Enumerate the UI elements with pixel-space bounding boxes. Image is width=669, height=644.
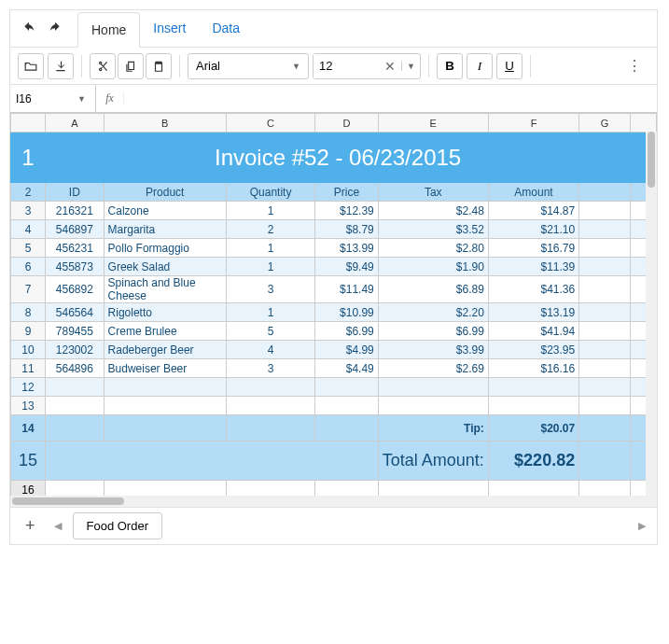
cell[interactable] xyxy=(579,303,631,322)
cell[interactable]: $2.80 xyxy=(378,239,488,258)
col-header-A[interactable]: A xyxy=(46,114,104,133)
cell[interactable] xyxy=(579,359,631,378)
cell[interactable] xyxy=(378,378,488,397)
col-header-C[interactable]: C xyxy=(226,114,314,133)
cell[interactable]: 456892 xyxy=(46,276,104,303)
cell[interactable]: Product xyxy=(104,183,226,202)
cell[interactable] xyxy=(579,239,631,258)
row-header[interactable]: 16 xyxy=(11,481,46,497)
cell[interactable]: $8.79 xyxy=(315,220,379,239)
cell[interactable] xyxy=(488,378,578,397)
cell[interactable] xyxy=(579,378,631,397)
cell[interactable]: $220.82 xyxy=(488,441,578,481)
col-header-G[interactable]: G xyxy=(579,114,631,133)
cell[interactable]: 2 xyxy=(226,220,314,239)
cell[interactable] xyxy=(226,397,314,415)
formula-input[interactable] xyxy=(124,85,657,112)
hscroll-thumb[interactable] xyxy=(12,497,124,505)
cell[interactable]: 216321 xyxy=(46,202,104,220)
cell[interactable] xyxy=(46,441,379,481)
cell[interactable] xyxy=(226,481,314,497)
cell[interactable]: $6.99 xyxy=(378,322,488,341)
cell[interactable]: Calzone xyxy=(104,202,226,220)
cell[interactable]: 4 xyxy=(226,341,314,359)
cell[interactable]: 789455 xyxy=(46,322,104,341)
cell[interactable]: 1 xyxy=(226,303,314,322)
cell[interactable]: Rigoletto xyxy=(104,303,226,322)
select-all-corner[interactable] xyxy=(11,114,46,133)
cell[interactable]: Margarita xyxy=(104,220,226,239)
cell[interactable]: 1 xyxy=(226,202,314,220)
cell[interactable]: $13.19 xyxy=(488,303,578,322)
cell[interactable] xyxy=(579,258,631,276)
cell[interactable] xyxy=(488,481,578,497)
cell[interactable]: Budweiser Beer xyxy=(104,359,226,378)
cell[interactable]: $12.39 xyxy=(315,202,379,220)
sheet-tab-food-order[interactable]: Food Order xyxy=(73,512,162,539)
cell[interactable] xyxy=(104,397,226,415)
sheet-nav-prev[interactable]: ◀ xyxy=(50,516,65,536)
row-header[interactable]: 3 xyxy=(11,202,46,220)
cell[interactable] xyxy=(315,397,379,415)
add-sheet-button[interactable]: + xyxy=(18,512,43,539)
col-header-F[interactable]: F xyxy=(488,114,578,133)
redo-button[interactable] xyxy=(44,18,66,40)
cell[interactable]: Total Amount: xyxy=(378,441,488,481)
cell[interactable] xyxy=(579,183,631,202)
cell[interactable]: $41.36 xyxy=(488,276,578,303)
cell[interactable] xyxy=(579,397,631,415)
cell[interactable]: $2.20 xyxy=(378,303,488,322)
font-size-dropdown[interactable]: ▼ xyxy=(401,62,420,71)
cell[interactable]: $4.49 xyxy=(315,359,379,378)
cell[interactable] xyxy=(46,481,104,497)
row-header[interactable]: 10 xyxy=(11,341,46,359)
cell[interactable] xyxy=(46,378,104,397)
download-button[interactable] xyxy=(48,53,74,79)
col-header-D[interactable]: D xyxy=(315,114,379,133)
font-select[interactable]: Arial xyxy=(188,53,309,79)
cell[interactable]: 5 xyxy=(226,322,314,341)
cell[interactable] xyxy=(579,415,631,441)
cell[interactable]: $16.16 xyxy=(488,359,578,378)
copy-button[interactable] xyxy=(118,53,144,79)
cell[interactable] xyxy=(378,397,488,415)
more-options-button[interactable]: ⋮ xyxy=(620,53,649,78)
cell[interactable] xyxy=(579,276,631,303)
cell[interactable]: 3 xyxy=(226,276,314,303)
cell[interactable] xyxy=(579,441,631,481)
cell[interactable]: $13.99 xyxy=(315,239,379,258)
cell[interactable]: $11.39 xyxy=(488,258,578,276)
cell-ref-dropdown[interactable]: ▼ xyxy=(77,94,90,104)
row-header[interactable]: 12 xyxy=(11,378,46,397)
cell[interactable]: 455873 xyxy=(46,258,104,276)
row-header[interactable]: 1 xyxy=(11,133,46,183)
cell[interactable]: Spinach and Blue Cheese xyxy=(104,276,226,303)
cell[interactable]: $1.90 xyxy=(378,258,488,276)
underline-button[interactable]: U xyxy=(496,53,523,79)
open-button[interactable] xyxy=(18,53,44,79)
cell[interactable]: 564896 xyxy=(46,359,104,378)
row-header[interactable]: 9 xyxy=(11,322,46,341)
cell[interactable]: 3 xyxy=(226,359,314,378)
cell[interactable] xyxy=(104,415,226,441)
cell[interactable] xyxy=(579,202,631,220)
row-header[interactable]: 8 xyxy=(11,303,46,322)
cut-button[interactable] xyxy=(90,53,116,79)
cell[interactable]: 123002 xyxy=(46,341,104,359)
row-header[interactable]: 14 xyxy=(11,415,46,441)
cell[interactable]: $16.79 xyxy=(488,239,578,258)
cell[interactable]: 1 xyxy=(226,239,314,258)
horizontal-scrollbar[interactable] xyxy=(10,496,657,507)
cell[interactable]: $2.48 xyxy=(378,202,488,220)
cell[interactable] xyxy=(488,397,578,415)
cell[interactable]: $3.99 xyxy=(378,341,488,359)
cell[interactable]: 546564 xyxy=(46,303,104,322)
paste-button[interactable] xyxy=(146,53,172,79)
row-header[interactable]: 7 xyxy=(11,276,46,303)
cell[interactable]: Tip: xyxy=(378,415,488,441)
cell[interactable]: Radeberger Beer xyxy=(104,341,226,359)
bold-button[interactable]: B xyxy=(437,53,463,79)
tab-data[interactable]: Data xyxy=(199,11,253,47)
cell[interactable] xyxy=(315,481,379,497)
cell[interactable]: Amount xyxy=(488,183,578,202)
